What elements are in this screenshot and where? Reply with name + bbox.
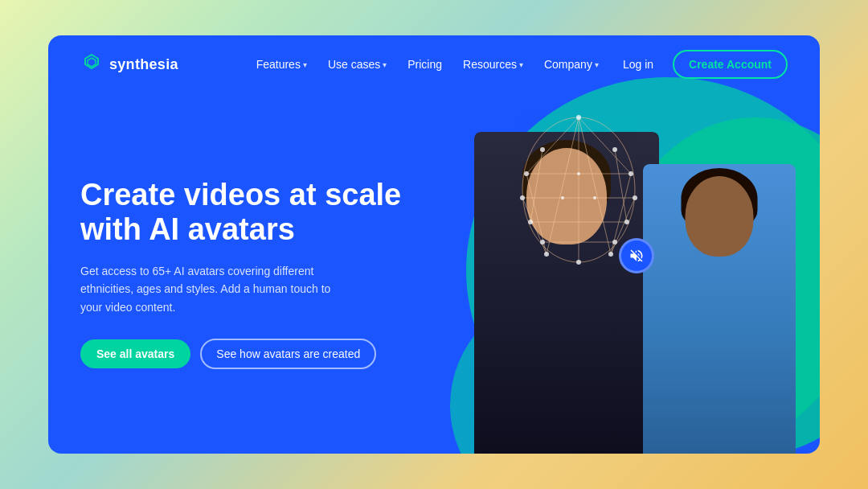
nav-features[interactable]: Features ▾ — [248, 53, 315, 76]
see-how-button[interactable]: See how avatars are created — [200, 339, 376, 369]
svg-point-27 — [608, 252, 613, 257]
hero-section: Create videos at scalewith AI avatars Ge… — [48, 93, 820, 454]
nav-pricing[interactable]: Pricing — [399, 53, 450, 76]
avatar-secondary — [643, 164, 796, 454]
company-chevron-icon: ▾ — [595, 60, 599, 69]
logo-area[interactable]: synthesia — [80, 53, 178, 76]
brand-name: synthesia — [109, 56, 178, 73]
see-avatars-button[interactable]: See all avatars — [80, 339, 190, 368]
svg-point-29 — [612, 147, 617, 152]
svg-marker-1 — [88, 58, 96, 67]
hero-buttons: See all avatars See how avatars are crea… — [80, 339, 401, 369]
navbar: synthesia Features ▾ Use cases ▾ Pricing… — [48, 35, 820, 93]
resources-chevron-icon: ▾ — [519, 60, 523, 69]
svg-point-19 — [524, 171, 529, 176]
hero-title: Create videos at scalewith AI avatars — [80, 178, 401, 248]
use-cases-chevron-icon: ▾ — [383, 60, 387, 69]
main-card: synthesia Features ▾ Use cases ▾ Pricing… — [48, 35, 820, 454]
svg-line-3 — [547, 117, 579, 254]
svg-point-30 — [540, 240, 545, 244]
avatar-light-head — [686, 176, 754, 257]
mute-icon — [628, 248, 645, 264]
svg-point-26 — [576, 260, 581, 265]
hero-subtitle: Get access to 65+ AI avatars covering di… — [80, 262, 354, 316]
nav-resources[interactable]: Resources ▾ — [455, 53, 531, 76]
avatars-area — [434, 93, 820, 454]
mute-button[interactable] — [619, 238, 654, 273]
svg-line-16 — [530, 150, 542, 222]
svg-point-24 — [624, 220, 629, 224]
nav-create-account[interactable]: Create Account — [673, 50, 788, 79]
svg-point-33 — [561, 196, 564, 199]
svg-line-17 — [615, 150, 627, 222]
svg-point-23 — [528, 220, 533, 224]
features-chevron-icon: ▾ — [303, 60, 307, 69]
avatar-light-body — [643, 164, 796, 454]
svg-point-21 — [520, 195, 525, 200]
svg-point-18 — [576, 115, 581, 120]
synthesia-logo-icon — [80, 53, 103, 76]
svg-point-31 — [612, 240, 617, 244]
svg-point-20 — [628, 171, 633, 176]
nav-use-cases[interactable]: Use cases ▾ — [320, 53, 395, 76]
svg-point-34 — [593, 196, 596, 199]
hero-content: Create videos at scalewith AI avatars Ge… — [48, 178, 433, 370]
nav-company[interactable]: Company ▾ — [536, 53, 607, 76]
svg-point-22 — [633, 195, 637, 200]
svg-point-25 — [544, 252, 549, 257]
nav-links: Features ▾ Use cases ▾ Pricing Resources… — [248, 50, 788, 79]
svg-line-4 — [579, 117, 611, 254]
svg-point-28 — [540, 147, 545, 152]
svg-point-32 — [577, 172, 580, 175]
nav-login[interactable]: Log in — [615, 53, 661, 76]
